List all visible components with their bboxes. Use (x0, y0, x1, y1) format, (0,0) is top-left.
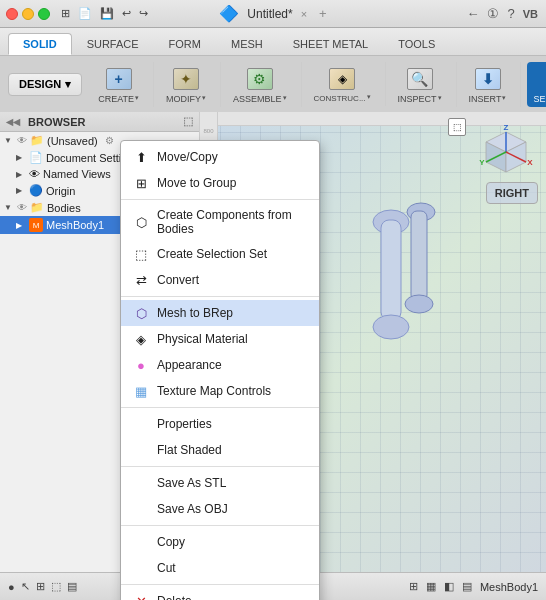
tab-sheet-metal[interactable]: SHEET METAL (278, 33, 383, 55)
status-icon-8[interactable]: ◧ (444, 580, 454, 593)
assemble-button[interactable]: ⚙ ASSEMBLE ▾ (227, 62, 293, 107)
title-bar-right: ← ① ? VB (464, 4, 540, 23)
modify-button[interactable]: ✦ MODIFY ▾ (160, 62, 212, 107)
back-icon[interactable]: ← (464, 4, 481, 23)
inspect-label: INSPECT (398, 94, 437, 104)
create-button[interactable]: + CREATE ▾ (92, 62, 145, 107)
ctx-item-create-components[interactable]: ⬡ Create Components from Bodies (121, 203, 319, 241)
status-icon-6[interactable]: ⊞ (409, 580, 418, 593)
vb-icon[interactable]: VB (521, 6, 540, 22)
design-button[interactable]: DESIGN ▾ (8, 73, 82, 96)
ctx-label-copy: Copy (157, 535, 307, 549)
create-label: CREATE (98, 94, 134, 104)
create-box-icon: + (106, 68, 132, 90)
properties-icon (133, 416, 149, 432)
insert-icon: ⬇ (474, 65, 502, 93)
document-icon[interactable]: 📄 (75, 5, 95, 22)
help-icon[interactable]: ? (505, 4, 516, 23)
move-group-icon: ⊞ (133, 175, 149, 191)
tree-label-meshbody1: MeshBody1 (46, 219, 104, 231)
construct-box-icon: ◈ (329, 68, 355, 90)
tab-solid[interactable]: SOLID (8, 33, 72, 55)
account-icon[interactable]: ① (485, 4, 501, 23)
tab-form[interactable]: FORM (154, 33, 216, 55)
apps-icon[interactable]: ⊞ (58, 5, 73, 22)
status-icon-5[interactable]: ▤ (67, 580, 77, 593)
ctx-item-appearance[interactable]: ● Appearance (121, 352, 319, 378)
svg-point-11 (373, 315, 409, 339)
divider-4 (121, 466, 319, 467)
title-area: 🔷 Untitled* × + (219, 4, 326, 23)
main-content: ◀◀ BROWSER ⬚ ▼ 👁 📁 (Unsaved) ⚙ ▶ 📄 Docum… (0, 112, 546, 572)
selection-icon: ⬚ (133, 246, 149, 262)
assemble-arrow: ▾ (283, 94, 287, 102)
expand-views-icon: ▶ (16, 170, 26, 179)
tree-label-named-views: Named Views (43, 168, 111, 180)
insert-label: INSERT (469, 94, 502, 104)
construct-button[interactable]: ◈ CONSTRUC... ▾ (308, 62, 377, 106)
ctx-item-physical-material[interactable]: ◈ Physical Material (121, 326, 319, 352)
ctx-item-flat-shaded[interactable]: Flat Shaded (121, 437, 319, 463)
close-button[interactable] (6, 8, 18, 20)
capture-indicator: ⬚ (448, 118, 466, 136)
nav-cube[interactable]: Z X Y (476, 122, 536, 182)
ctx-label-cut: Cut (157, 561, 307, 575)
save-icon[interactable]: 💾 (97, 5, 117, 22)
minimize-button[interactable] (22, 8, 34, 20)
window-controls (6, 8, 50, 20)
browser-collapse-icon[interactable]: ◀◀ (6, 117, 20, 127)
inspect-button[interactable]: 🔍 INSPECT ▾ (392, 62, 448, 107)
maximize-button[interactable] (38, 8, 50, 20)
ctx-item-save-stl[interactable]: Save As STL (121, 470, 319, 496)
ctx-item-move-copy[interactable]: ⬆ Move/Copy (121, 144, 319, 170)
tab-tools[interactable]: TOOLS (383, 33, 450, 55)
modify-label: MODIFY (166, 94, 201, 104)
ctx-item-save-obj[interactable]: Save As OBJ (121, 496, 319, 522)
tab-close-icon[interactable]: × (301, 8, 307, 20)
undo-icon[interactable]: ↩ (119, 5, 134, 22)
ctx-item-create-selection[interactable]: ⬚ Create Selection Set (121, 241, 319, 267)
eye-icon[interactable]: 👁 (17, 135, 27, 146)
insert-arrow: ▾ (502, 94, 506, 102)
status-icon-4[interactable]: ⬚ (51, 580, 61, 593)
select-button[interactable]: ↖ SELECT ▾ (527, 62, 546, 107)
ctx-item-properties[interactable]: Properties (121, 411, 319, 437)
ctx-item-cut[interactable]: Cut (121, 555, 319, 581)
eye-bodies-icon[interactable]: 👁 (17, 202, 27, 213)
status-icon-9[interactable]: ▤ (462, 580, 472, 593)
ctx-item-delete[interactable]: ✕ Delete (121, 588, 319, 600)
construct-label: CONSTRUC... (314, 94, 366, 103)
view-cube[interactable]: RIGHT (486, 182, 538, 204)
ctx-item-move-group[interactable]: ⊞ Move to Group (121, 170, 319, 196)
settings-icon[interactable]: ⚙ (105, 135, 114, 146)
status-icon-1[interactable]: ● (8, 581, 15, 593)
status-icon-7[interactable]: ▦ (426, 580, 436, 593)
design-arrow: ▾ (65, 78, 71, 91)
mesh-body-viewport (346, 192, 466, 395)
ctx-label-delete: Delete (157, 594, 307, 600)
title-bar: ⊞ 📄 💾 ↩ ↪ 🔷 Untitled* × + ← ① ? VB (0, 0, 546, 28)
status-icon-2[interactable]: ↖ (21, 580, 30, 593)
assemble-box-icon: ⚙ (247, 68, 273, 90)
ctx-item-texture-map[interactable]: ▦ Texture Map Controls (121, 378, 319, 404)
tab-surface[interactable]: SURFACE (72, 33, 154, 55)
status-body-name: MeshBody1 (480, 581, 538, 593)
tab-mesh[interactable]: MESH (216, 33, 278, 55)
ctx-item-copy[interactable]: Copy (121, 529, 319, 555)
cut-icon (133, 560, 149, 576)
add-tab-icon[interactable]: + (319, 6, 327, 21)
toolbar-section-insert: ⬇ INSERT ▾ (463, 62, 522, 107)
ctx-item-convert[interactable]: ⇄ Convert (121, 267, 319, 293)
ctx-item-mesh-brep[interactable]: ⬡ Mesh to BRep (121, 300, 319, 326)
tree-label-unsaved: (Unsaved) (47, 135, 98, 147)
browser-panel: ◀◀ BROWSER ⬚ ▼ 👁 📁 (Unsaved) ⚙ ▶ 📄 Docum… (0, 112, 200, 572)
status-icon-3[interactable]: ⊞ (36, 580, 45, 593)
folder-icon: 📁 (30, 134, 44, 147)
origin-icon: 🔵 (29, 184, 43, 197)
insert-button[interactable]: ⬇ INSERT ▾ (463, 62, 513, 107)
physical-material-icon: ◈ (133, 331, 149, 347)
redo-icon[interactable]: ↪ (136, 5, 151, 22)
ctx-label-save-stl: Save As STL (157, 476, 307, 490)
browser-search-icon[interactable]: ⬚ (183, 115, 193, 128)
appearance-icon: ● (133, 357, 149, 373)
